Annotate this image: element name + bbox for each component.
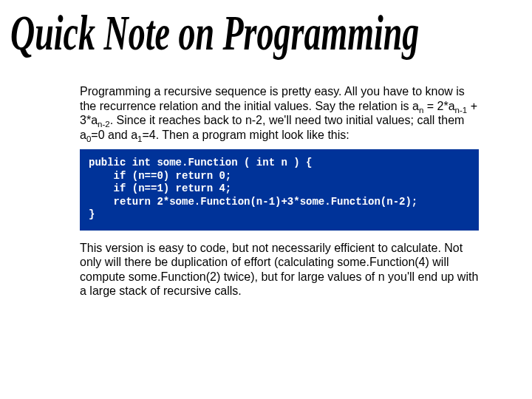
slide-body: Programming a recursive sequence is pret… — [80, 84, 479, 306]
paragraph-2: This version is easy to code, but not ne… — [80, 241, 479, 299]
para1-text-e: =0 and a — [91, 129, 137, 141]
slide-title: Quick Note on Programming — [10, 4, 419, 61]
para1-text-a: Programming a recursive sequence is pret… — [80, 85, 465, 112]
para1-text-f: =4. Then a program might look like this: — [142, 129, 349, 141]
code-line-1: public int some.Function ( int n ) { — [89, 157, 312, 168]
code-block: public int some.Function ( int n ) { if … — [80, 149, 479, 231]
subscript-n-minus-1: n-1 — [455, 106, 468, 115]
code-line-4: return 2*some.Function(n-1)+3*some.Funct… — [89, 196, 417, 208]
slide: Quick Note on Programming Programming a … — [0, 0, 532, 399]
paragraph-1: Programming a recursive sequence is pret… — [80, 84, 479, 142]
code-line-5: } — [89, 208, 95, 220]
para1-text-b: = 2*a — [423, 100, 454, 112]
code-line-2: if (n==0) return 0; — [89, 170, 231, 182]
code-line-3: if (n==1) return 4; — [89, 183, 231, 194]
subscript-n-minus-2: n-2 — [98, 120, 110, 129]
